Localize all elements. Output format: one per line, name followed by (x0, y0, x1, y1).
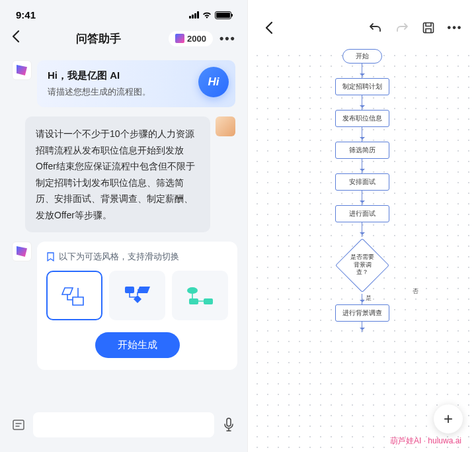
flowchart-canvas[interactable]: 开始 制定招聘计划 发布职位信息 筛选简历 安排面试 进行面试 是否需要 背景调… (248, 46, 476, 452)
user-message-row: 请设计一个不少于10个步骤的人力资源招聘流程从发布职位信息开始到发放Offer结… (12, 116, 235, 232)
flow-node-arrange[interactable]: 安排面试 (335, 173, 389, 191)
flow-arrow (362, 322, 362, 332)
style-hint: 以下为可选风格，支持滑动切换 (46, 251, 228, 263)
flow-node-screen[interactable]: 筛选简历 (335, 142, 389, 159)
generate-button[interactable]: 开始生成 (95, 332, 180, 358)
canvas-more-button[interactable]: ••• (447, 20, 463, 36)
credits-icon (175, 34, 184, 43)
credits-badge[interactable]: 2000 (169, 31, 213, 46)
flow-node-decision[interactable]: 是否需要 背景调 查？ (335, 238, 389, 293)
style-card: 以下为可选风格，支持滑动切换 开始生成 (37, 242, 237, 370)
back-button[interactable] (12, 30, 28, 47)
ai-greeting-row: Hi，我是亿图 AI 请描述您想生成的流程图。 Hi (12, 60, 235, 107)
watermark: 葫芦娃AI · huluwa.ai (390, 435, 461, 447)
style-option-1[interactable] (46, 271, 102, 320)
svg-rect-3 (204, 298, 213, 304)
flow-arrow (362, 294, 362, 304)
undo-button[interactable] (368, 20, 383, 36)
user-message: 请设计一个不少于10个步骤的人力资源招聘流程从发布职位信息开始到发放Offer结… (25, 116, 210, 232)
flow-arrow (362, 64, 362, 78)
signal-icon (189, 11, 199, 19)
message-input[interactable] (33, 412, 214, 437)
bookmark-icon (46, 252, 55, 261)
flow-arrow (362, 159, 362, 173)
flow-arrow (362, 191, 362, 205)
ai-avatar (12, 242, 32, 261)
style-option-3[interactable] (172, 271, 228, 320)
svg-rect-4 (13, 420, 24, 429)
credits-count: 2000 (187, 34, 206, 44)
canvas-panel: ••• 开始 制定招聘计划 发布职位信息 筛选简历 安排面试 进行面试 是否需要… (248, 0, 476, 452)
svg-rect-2 (189, 298, 198, 304)
voice-icon[interactable] (221, 417, 237, 433)
flow-arrow (362, 222, 362, 237)
chat-header: 问答助手 2000 ••• (0, 23, 247, 56)
page-title: 问答助手 (34, 31, 162, 46)
greeting-bubble: Hi，我是亿图 AI 请描述您想生成的流程图。 Hi (37, 60, 235, 107)
svg-rect-6 (424, 23, 434, 33)
status-bar: 9:41 (0, 0, 247, 23)
flow-node-publish[interactable]: 发布职位信息 (335, 110, 389, 127)
flow-node-plan[interactable]: 制定招聘计划 (335, 78, 389, 95)
flow-node-start[interactable]: 开始 (342, 49, 382, 64)
wifi-icon (202, 11, 212, 19)
flow-node-interview[interactable]: 进行面试 (335, 205, 389, 222)
style-options[interactable] (46, 271, 228, 320)
canvas-back-button[interactable] (261, 20, 277, 36)
template-icon[interactable] (11, 417, 26, 433)
status-time: 9:41 (16, 9, 36, 21)
flow-arrow (362, 95, 362, 110)
ai-avatar (12, 60, 32, 80)
branch-yes: 是 (366, 294, 372, 302)
flowchart: 开始 制定招聘计划 发布职位信息 筛选简历 安排面试 进行面试 是否需要 背景调… (335, 49, 389, 332)
redo-button[interactable] (394, 20, 410, 36)
svg-point-1 (187, 287, 198, 294)
hi-badge-icon: Hi (198, 67, 229, 97)
user-avatar (216, 116, 235, 136)
canvas-header: ••• (248, 0, 476, 46)
save-button[interactable] (420, 20, 436, 36)
svg-rect-5 (227, 418, 231, 426)
ai-style-row: 以下为可选风格，支持滑动切换 开始生成 (12, 242, 235, 370)
svg-rect-0 (125, 287, 134, 293)
flow-arrow (362, 127, 362, 142)
more-button[interactable]: ••• (219, 32, 235, 46)
input-bar (0, 406, 247, 452)
chat-panel: 9:41 问答助手 2000 ••• Hi，我是亿图 AI 请描述您想生成的流程… (0, 0, 248, 452)
flow-node-background[interactable]: 进行背景调查 (335, 304, 389, 322)
greeting-subtitle: 请描述您想生成的流程图。 (48, 86, 225, 98)
battery-icon (215, 11, 231, 19)
style-option-2[interactable] (109, 271, 165, 320)
status-icons (189, 11, 231, 19)
branch-no: 否 (413, 287, 418, 296)
chat-body: Hi，我是亿图 AI 请描述您想生成的流程图。 Hi 请设计一个不少于10个步骤… (0, 56, 247, 406)
add-button[interactable]: + (434, 404, 463, 433)
